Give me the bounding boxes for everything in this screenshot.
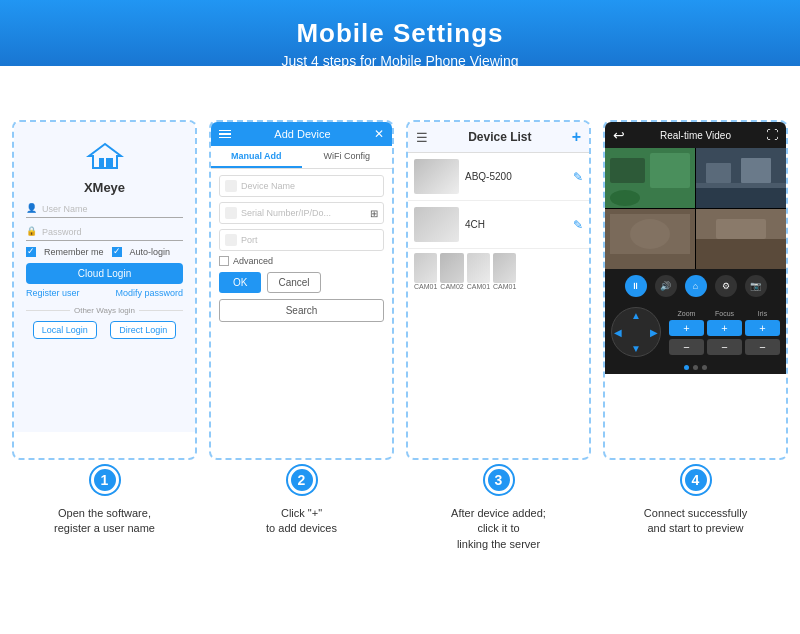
- edit-icon-2[interactable]: ✎: [573, 218, 583, 232]
- close-icon[interactable]: ✕: [374, 127, 384, 141]
- ok-button[interactable]: OK: [219, 272, 261, 293]
- video-cell-1[interactable]: [605, 148, 695, 208]
- step-circle-3: 3: [404, 466, 593, 494]
- circle-2: 2: [288, 466, 316, 494]
- focus-minus[interactable]: −: [707, 339, 742, 355]
- cam-1-label: CAM01: [414, 283, 437, 290]
- settings-btn[interactable]: ⚙: [715, 275, 737, 297]
- edit-icon-1[interactable]: ✎: [573, 170, 583, 184]
- add-device-title: Add Device: [274, 128, 330, 140]
- svg-rect-4: [610, 158, 645, 183]
- svg-rect-5: [650, 153, 690, 188]
- ptz-control: ▲ ▼ ◀ ▶: [611, 307, 661, 357]
- device-item-1[interactable]: ABQ-5200 ✎: [408, 153, 589, 201]
- device-2-thumb: [414, 207, 459, 242]
- qr-icon[interactable]: ⊞: [370, 208, 378, 219]
- cam-3-label: CAM01: [467, 283, 490, 290]
- login-btn-row: Local Login Direct Login: [26, 321, 183, 339]
- zoom-controls: Zoom Focus Iris + + + − − −: [669, 310, 780, 355]
- device-item-2[interactable]: 4CH ✎: [408, 201, 589, 249]
- fullscreen-icon[interactable]: ⛶: [766, 128, 778, 142]
- add-device-form: Device Name Serial Number/IP/Do... ⊞ Por…: [211, 169, 392, 328]
- ptz-left-arrow[interactable]: ◀: [614, 327, 622, 338]
- iris-plus[interactable]: +: [745, 320, 780, 336]
- focus-plus[interactable]: +: [707, 320, 742, 336]
- house-icon: [85, 140, 125, 172]
- add-device-header: Add Device ✕: [211, 122, 392, 146]
- auto-check[interactable]: [112, 247, 122, 257]
- add-device-icon[interactable]: +: [572, 128, 581, 146]
- svg-rect-17: [716, 219, 766, 239]
- device-1-name: ABQ-5200: [465, 171, 573, 182]
- remember-check[interactable]: [26, 247, 36, 257]
- tab-manual[interactable]: Manual Add: [211, 146, 302, 168]
- svg-marker-0: [89, 144, 121, 168]
- focus-label: Focus: [707, 310, 742, 317]
- svg-point-14: [630, 219, 670, 249]
- zoom-minus[interactable]: −: [669, 339, 704, 355]
- ptz-up-arrow[interactable]: ▲: [631, 310, 641, 321]
- password-field: 🔒 Password: [26, 224, 183, 241]
- direct-login-btn[interactable]: Direct Login: [110, 321, 176, 339]
- advanced-row: Advanced: [219, 256, 384, 266]
- home-btn[interactable]: ⌂: [685, 275, 707, 297]
- modify-link[interactable]: Modify password: [115, 288, 183, 298]
- other-ways-label: Other Ways login: [74, 306, 135, 315]
- svg-rect-11: [696, 188, 786, 208]
- cam-1[interactable]: CAM01: [414, 253, 437, 290]
- video-cell-4[interactable]: [696, 209, 786, 269]
- pause-btn[interactable]: ⏸: [625, 275, 647, 297]
- cam-2[interactable]: CAM02: [440, 253, 463, 290]
- back-icon[interactable]: ↩: [613, 127, 625, 143]
- port-field: Port: [219, 229, 384, 251]
- serial-icon: [225, 207, 237, 219]
- step1-screen: XMeye 👤 User Name 🔒 Password Remember me…: [14, 122, 195, 432]
- video-header: ↩ Real-time Video ⛶: [605, 122, 786, 148]
- advanced-check[interactable]: [219, 256, 229, 266]
- steps-container: XMeye 👤 User Name 🔒 Password Remember me…: [0, 110, 800, 460]
- hamburger-icon-2[interactable]: ☰: [416, 130, 428, 145]
- user-icon: 👤: [26, 203, 38, 215]
- divider-row: Other Ways login: [26, 306, 183, 315]
- camera-btn[interactable]: 📷: [745, 275, 767, 297]
- dot-3[interactable]: [702, 365, 707, 370]
- step-circles-row: 1 2 3 4: [0, 460, 800, 498]
- tab-wifi[interactable]: WiFi Config: [302, 146, 393, 168]
- dot-2[interactable]: [693, 365, 698, 370]
- cloud-login-btn[interactable]: Cloud Login: [26, 263, 183, 284]
- auto-label: Auto-login: [130, 247, 171, 257]
- tab-row: Manual Add WiFi Config: [211, 146, 392, 169]
- step-2-label: Click "+"to add devices: [207, 506, 396, 552]
- svg-point-6: [610, 190, 640, 206]
- step-1-card: XMeye 👤 User Name 🔒 Password Remember me…: [12, 120, 197, 460]
- svg-rect-16: [696, 239, 786, 269]
- ptz-right-arrow[interactable]: ▶: [650, 327, 658, 338]
- cam-4[interactable]: CAM01: [493, 253, 516, 290]
- video-cell-3[interactable]: [605, 209, 695, 269]
- cancel-button[interactable]: Cancel: [267, 272, 320, 293]
- video-cell-2[interactable]: [696, 148, 786, 208]
- step-3-card: ☰ Device List + ABQ-5200 ✎ 4CH ✎ CAM01: [406, 120, 591, 460]
- remember-row: Remember me Auto-login: [26, 247, 183, 257]
- port-icon: [225, 234, 237, 246]
- speaker-btn[interactable]: 🔊: [655, 275, 677, 297]
- step-labels-row: Open the software,register a user name C…: [0, 498, 800, 556]
- ptz-down-arrow[interactable]: ▼: [631, 343, 641, 354]
- dot-1[interactable]: [684, 365, 689, 370]
- step-circle-4: 4: [601, 466, 790, 494]
- username-placeholder: User Name: [42, 204, 88, 214]
- local-login-btn[interactable]: Local Login: [33, 321, 97, 339]
- serial-field: Serial Number/IP/Do... ⊞: [219, 202, 384, 224]
- iris-minus[interactable]: −: [745, 339, 780, 355]
- iris-label: Iris: [745, 310, 780, 317]
- device-list-header: ☰ Device List +: [408, 122, 589, 153]
- zoom-plus[interactable]: +: [669, 320, 704, 336]
- search-button[interactable]: Search: [219, 299, 384, 322]
- hamburger-icon[interactable]: [219, 130, 231, 139]
- register-link[interactable]: Register user: [26, 288, 80, 298]
- step-3-label: After device added;click it tolinking th…: [404, 506, 593, 552]
- cam-3[interactable]: CAM01: [467, 253, 490, 290]
- device-name-field: Device Name: [219, 175, 384, 197]
- cam-4-label: CAM01: [493, 283, 516, 290]
- step-1-label: Open the software,register a user name: [10, 506, 199, 552]
